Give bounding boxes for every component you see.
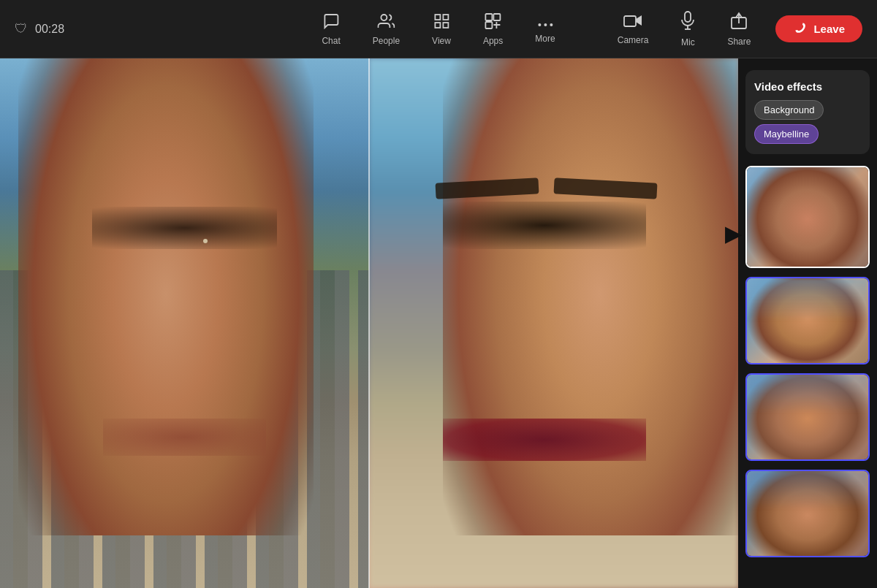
svg-rect-13 <box>624 16 636 26</box>
share-button[interactable]: Share <box>714 6 764 53</box>
main-content: Video effects Background Maybelline ▶ <box>0 58 877 588</box>
right-panel: Video effects Background Maybelline ▶ <box>738 58 877 588</box>
mic-label: Mic <box>681 37 695 47</box>
thumbnail-1[interactable] <box>745 166 870 268</box>
leave-button[interactable]: Leave <box>775 15 862 42</box>
selection-arrow: ▶ <box>725 222 741 246</box>
share-label: Share <box>727 37 751 47</box>
topbar: 🛡 00:28 Chat People <box>0 0 877 58</box>
nav-view[interactable]: View <box>416 7 467 52</box>
camera-icon <box>623 13 642 32</box>
leave-label: Leave <box>813 23 845 35</box>
svg-point-12 <box>550 23 553 26</box>
effects-tabs: Background Maybelline <box>754 100 861 144</box>
svg-rect-4 <box>443 23 448 28</box>
shield-icon: 🛡 <box>15 21 28 37</box>
chat-icon <box>322 12 340 33</box>
share-icon <box>731 12 747 34</box>
timer-section: 🛡 00:28 <box>15 21 102 37</box>
svg-rect-2 <box>443 15 448 20</box>
right-controls: Camera Mic Share <box>604 5 862 53</box>
apps-label: Apps <box>483 36 503 46</box>
svg-rect-3 <box>435 23 440 28</box>
video-left-half <box>0 58 369 588</box>
view-label: View <box>432 36 451 46</box>
more-icon <box>536 15 554 31</box>
view-icon <box>433 12 450 33</box>
effects-title: Video effects <box>754 80 861 93</box>
thumbnail-wrapper-1: ▶ <box>745 166 870 268</box>
chat-label: Chat <box>322 36 340 46</box>
background-tab[interactable]: Background <box>754 100 824 120</box>
leave-phone-icon <box>793 23 808 35</box>
svg-point-10 <box>538 23 541 26</box>
nav-more[interactable]: More <box>519 9 571 50</box>
nav-bar: Chat People View <box>305 7 571 52</box>
nav-chat[interactable]: Chat <box>305 7 356 52</box>
svg-rect-6 <box>494 14 501 20</box>
svg-rect-5 <box>486 14 493 20</box>
camera-button[interactable]: Camera <box>604 7 662 51</box>
nav-apps[interactable]: Apps <box>467 7 519 52</box>
more-label: More <box>535 34 555 44</box>
people-label: People <box>373 36 400 46</box>
camera-label: Camera <box>618 35 649 45</box>
people-icon <box>377 12 395 33</box>
mic-button[interactable]: Mic <box>667 5 708 53</box>
svg-rect-15 <box>685 12 691 22</box>
maybelline-tab[interactable]: Maybelline <box>754 124 819 144</box>
effects-panel: Video effects Background Maybelline <box>745 70 870 154</box>
thumbnail-3[interactable] <box>745 373 870 461</box>
thumbnail-4[interactable] <box>745 470 870 557</box>
svg-point-11 <box>544 23 547 26</box>
apps-icon <box>485 12 502 33</box>
video-area <box>0 58 738 588</box>
timer: 00:28 <box>35 23 64 36</box>
svg-marker-14 <box>636 15 642 26</box>
svg-rect-1 <box>435 15 440 20</box>
svg-point-0 <box>381 15 387 20</box>
mic-icon <box>680 11 695 34</box>
nav-people[interactable]: People <box>357 7 416 52</box>
svg-rect-7 <box>486 22 493 28</box>
video-divider <box>368 58 370 588</box>
thumbnail-2[interactable] <box>745 277 870 364</box>
video-right-half <box>369 58 738 588</box>
